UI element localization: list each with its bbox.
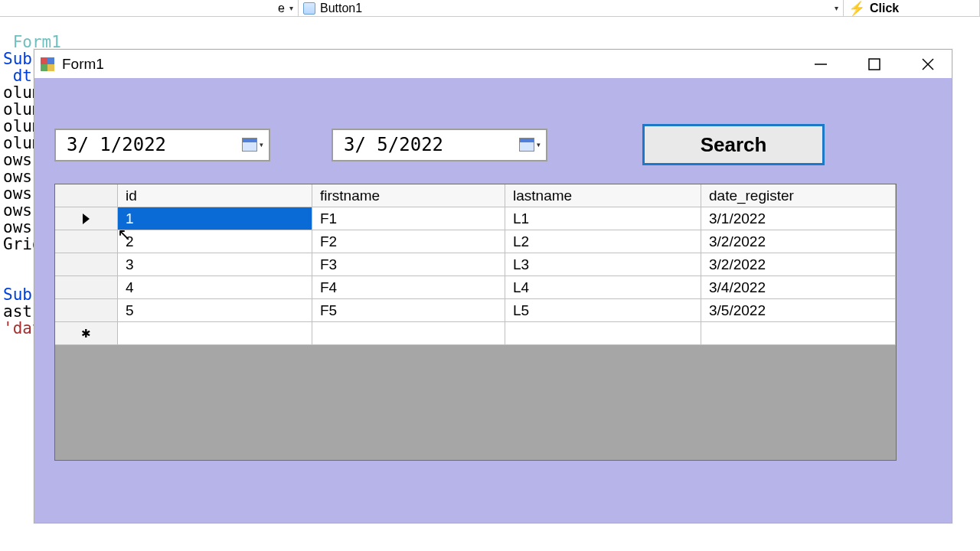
app-icon xyxy=(41,57,54,71)
cell-firstname[interactable]: F3 xyxy=(312,253,505,276)
cell-lastname[interactable]: L5 xyxy=(505,299,701,322)
column-header-date-register[interactable]: date_register xyxy=(701,184,896,207)
cell-lastname[interactable]: L3 xyxy=(505,253,701,276)
close-icon xyxy=(920,57,936,72)
maximize-icon xyxy=(867,57,881,71)
row-header[interactable] xyxy=(55,299,118,322)
table-row[interactable]: 5 F5 L5 3/5/2022 xyxy=(55,299,896,322)
cell-firstname[interactable]: F4 xyxy=(312,276,505,299)
column-header-firstname[interactable]: firstname xyxy=(312,184,505,207)
ide-dd1-text: e xyxy=(278,2,285,15)
ide-dd3-text: Click xyxy=(870,2,899,15)
cell-date-register[interactable]: 3/5/2022 xyxy=(701,299,896,322)
row-header-corner[interactable] xyxy=(55,184,118,207)
cell-date-register[interactable]: 3/4/2022 xyxy=(701,276,896,299)
cell-date-register[interactable] xyxy=(701,322,896,345)
cell-date-register[interactable]: 3/2/2022 xyxy=(701,230,896,253)
code-text: Sub xyxy=(3,285,32,304)
cell-id[interactable] xyxy=(118,322,312,345)
ide-dd2-text: Button1 xyxy=(320,2,362,15)
dropdown-arrow-icon: ▾ xyxy=(289,4,293,12)
cell-id[interactable]: 3 xyxy=(118,253,312,276)
column-header-id[interactable]: id xyxy=(118,184,312,207)
lightning-icon: ⚡ xyxy=(848,0,865,17)
ide-class-dropdown[interactable]: e ▾ xyxy=(0,0,299,16)
row-header[interactable] xyxy=(55,253,118,276)
row-header[interactable] xyxy=(55,207,118,230)
search-button[interactable]: Search xyxy=(642,124,825,165)
table-row[interactable]: 1 F1 L1 3/1/2022 xyxy=(55,207,896,230)
data-grid[interactable]: id firstname lastname date_register 1 F1… xyxy=(54,184,897,461)
cell-firstname[interactable]: F1 xyxy=(312,207,505,230)
form-window: Form1 3/ 1/2022 ▾ 3/ 5/2022 xyxy=(34,49,952,523)
ide-object-dropdown[interactable]: Button1 ▾ xyxy=(299,0,844,16)
table-row[interactable]: 3 F3 L3 3/2/2022 xyxy=(55,253,896,276)
date-from-picker[interactable]: 3/ 1/2022 ▾ xyxy=(54,129,270,161)
cell-id[interactable]: 2 xyxy=(118,230,312,253)
dropdown-arrow-icon[interactable]: ▾ xyxy=(536,139,541,150)
date-to-value: 3/ 5/2022 xyxy=(344,134,443,155)
cell-id[interactable]: 1 xyxy=(118,207,312,230)
cell-lastname[interactable] xyxy=(505,322,701,345)
calendar-icon xyxy=(519,138,534,152)
table-row[interactable]: 2 F2 L2 3/2/2022 xyxy=(55,230,896,253)
cell-lastname[interactable]: L4 xyxy=(505,276,701,299)
new-row[interactable]: ✱ xyxy=(55,322,896,345)
row-header[interactable] xyxy=(55,230,118,253)
column-header-lastname[interactable]: lastname xyxy=(505,184,701,207)
calendar-icon xyxy=(242,138,257,152)
dropdown-arrow-icon[interactable]: ▾ xyxy=(259,139,264,150)
row-header[interactable] xyxy=(55,276,118,299)
cell-id[interactable]: 5 xyxy=(118,299,312,322)
search-button-label: Search xyxy=(701,133,767,157)
cell-id[interactable]: 4 xyxy=(118,276,312,299)
search-controls-row: 3/ 1/2022 ▾ 3/ 5/2022 ▾ Search xyxy=(54,98,932,184)
cell-date-register[interactable]: 3/2/2022 xyxy=(701,253,896,276)
ide-toolbar: e ▾ Button1 ▾ ⚡ Click xyxy=(0,0,980,17)
date-from-value: 3/ 1/2022 xyxy=(67,134,166,155)
titlebar[interactable]: Form1 xyxy=(34,50,952,78)
svg-rect-1 xyxy=(869,59,880,70)
cell-firstname[interactable]: F5 xyxy=(312,299,505,322)
minimize-button[interactable] xyxy=(809,53,832,76)
current-row-indicator-icon xyxy=(83,214,90,224)
close-button[interactable] xyxy=(916,53,939,76)
maximize-button[interactable] xyxy=(863,53,886,76)
grid-header-row: id firstname lastname date_register xyxy=(55,184,896,207)
window-controls xyxy=(809,53,946,76)
dropdown-arrow-icon: ▾ xyxy=(835,4,838,12)
table-row[interactable]: 4 F4 L4 3/4/2022 xyxy=(55,276,896,299)
ide-event-dropdown[interactable]: ⚡ Click xyxy=(844,0,980,16)
minimize-icon xyxy=(813,57,828,72)
date-to-picker[interactable]: 3/ 5/2022 ▾ xyxy=(332,129,547,161)
cell-firstname[interactable] xyxy=(312,322,505,345)
row-header[interactable]: ✱ xyxy=(55,322,118,345)
cell-lastname[interactable]: L1 xyxy=(505,207,701,230)
cell-firstname[interactable]: F2 xyxy=(312,230,505,253)
new-row-icon: ✱ xyxy=(81,327,91,341)
cell-date-register[interactable]: 3/1/2022 xyxy=(701,207,896,230)
cell-lastname[interactable]: L2 xyxy=(505,230,701,253)
window-title: Form1 xyxy=(62,56,104,73)
button-icon xyxy=(303,2,315,15)
form-client-area: 3/ 1/2022 ▾ 3/ 5/2022 ▾ Search xyxy=(34,78,952,523)
